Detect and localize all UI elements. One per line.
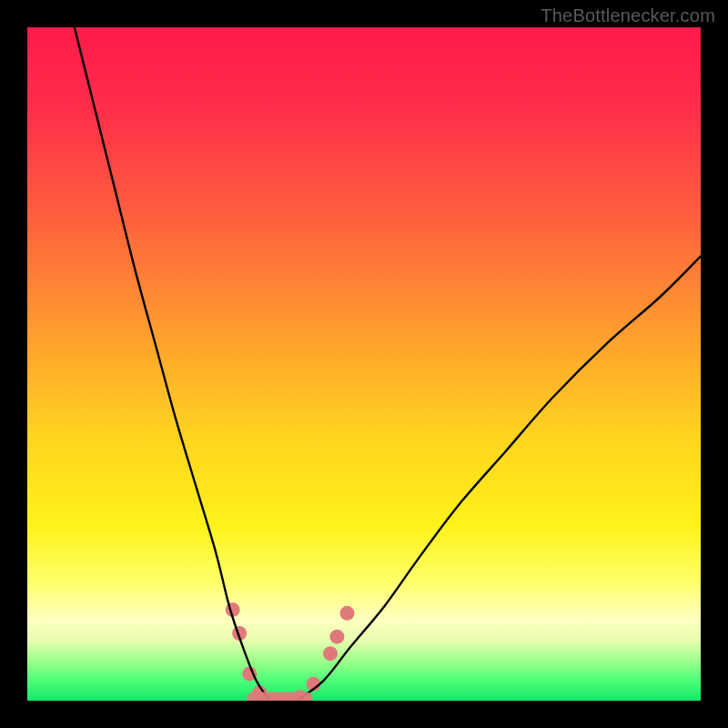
curve-left-arm xyxy=(75,27,270,701)
data-marker xyxy=(329,630,344,644)
curve-layer xyxy=(27,27,701,701)
chart-frame: TheBottlenecker.com xyxy=(0,0,728,728)
plot-area xyxy=(27,27,701,701)
watermark-label: TheBottlenecker.com xyxy=(541,5,715,26)
data-marker xyxy=(323,646,338,661)
curve-right-arm xyxy=(297,257,701,701)
data-marker xyxy=(340,606,355,621)
